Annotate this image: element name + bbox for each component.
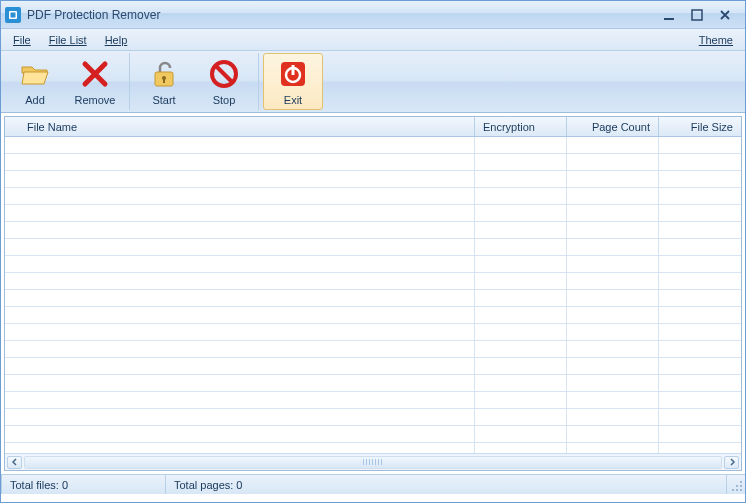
scroll-right-icon[interactable] bbox=[724, 456, 739, 469]
table-row[interactable] bbox=[5, 443, 741, 453]
svg-point-12 bbox=[736, 485, 738, 487]
prohibit-icon bbox=[208, 58, 240, 90]
table-row[interactable] bbox=[5, 426, 741, 443]
table-row[interactable] bbox=[5, 137, 741, 154]
svg-rect-10 bbox=[292, 65, 295, 75]
start-label: Start bbox=[152, 94, 175, 106]
folder-open-icon bbox=[19, 58, 51, 90]
table-row[interactable] bbox=[5, 239, 741, 256]
column-filename[interactable]: File Name bbox=[5, 117, 475, 136]
svg-rect-3 bbox=[692, 10, 702, 20]
scroll-thumb[interactable] bbox=[25, 457, 721, 468]
column-encryption[interactable]: Encryption bbox=[475, 117, 567, 136]
svg-rect-1 bbox=[11, 12, 16, 17]
svg-rect-2 bbox=[664, 18, 674, 20]
table-row[interactable] bbox=[5, 256, 741, 273]
stop-label: Stop bbox=[213, 94, 236, 106]
file-table: File Name Encryption Page Count File Siz… bbox=[4, 116, 742, 471]
svg-point-16 bbox=[740, 489, 742, 491]
add-label: Add bbox=[25, 94, 45, 106]
column-pagecount[interactable]: Page Count bbox=[567, 117, 659, 136]
table-row[interactable] bbox=[5, 375, 741, 392]
toolbar: Add Remove Start bbox=[1, 51, 745, 113]
table-row[interactable] bbox=[5, 341, 741, 358]
table-row[interactable] bbox=[5, 290, 741, 307]
table-row[interactable] bbox=[5, 154, 741, 171]
menu-help[interactable]: Help bbox=[97, 31, 136, 49]
table-row[interactable] bbox=[5, 409, 741, 426]
x-icon bbox=[79, 58, 111, 90]
svg-point-11 bbox=[740, 481, 742, 483]
table-row[interactable] bbox=[5, 358, 741, 375]
column-filesize[interactable]: File Size bbox=[659, 117, 741, 136]
table-row[interactable] bbox=[5, 188, 741, 205]
table-row[interactable] bbox=[5, 222, 741, 239]
exit-button[interactable]: Exit bbox=[263, 53, 323, 110]
statusbar: Total files: 0 Total pages: 0 bbox=[1, 474, 745, 494]
table-row[interactable] bbox=[5, 392, 741, 409]
app-icon bbox=[5, 7, 21, 23]
svg-point-13 bbox=[740, 485, 742, 487]
menu-file[interactable]: File bbox=[5, 31, 39, 49]
table-body[interactable] bbox=[5, 137, 741, 453]
svg-point-15 bbox=[736, 489, 738, 491]
table-row[interactable] bbox=[5, 324, 741, 341]
remove-label: Remove bbox=[75, 94, 116, 106]
scroll-left-icon[interactable] bbox=[7, 456, 22, 469]
exit-label: Exit bbox=[284, 94, 302, 106]
svg-point-14 bbox=[732, 489, 734, 491]
minimize-button[interactable] bbox=[659, 7, 679, 23]
remove-button[interactable]: Remove bbox=[65, 53, 125, 110]
window-title: PDF Protection Remover bbox=[27, 8, 659, 22]
table-header: File Name Encryption Page Count File Siz… bbox=[5, 117, 741, 137]
start-button[interactable]: Start bbox=[134, 53, 194, 110]
menu-filelist[interactable]: File List bbox=[41, 31, 95, 49]
svg-rect-6 bbox=[163, 78, 165, 83]
menubar: File File List Help Theme bbox=[1, 29, 745, 51]
add-button[interactable]: Add bbox=[5, 53, 65, 110]
status-total-files: Total files: 0 bbox=[1, 475, 166, 494]
menu-theme[interactable]: Theme bbox=[691, 31, 741, 49]
titlebar: PDF Protection Remover bbox=[1, 1, 745, 29]
window-controls bbox=[659, 7, 741, 23]
resize-grip-icon[interactable] bbox=[727, 475, 745, 494]
table-row[interactable] bbox=[5, 273, 741, 290]
power-icon bbox=[277, 58, 309, 90]
scroll-track[interactable] bbox=[24, 456, 722, 469]
stop-button[interactable]: Stop bbox=[194, 53, 254, 110]
status-total-pages: Total pages: 0 bbox=[166, 475, 727, 494]
maximize-button[interactable] bbox=[687, 7, 707, 23]
table-row[interactable] bbox=[5, 171, 741, 188]
close-button[interactable] bbox=[715, 7, 735, 23]
horizontal-scrollbar[interactable] bbox=[5, 453, 741, 470]
unlock-icon bbox=[148, 58, 180, 90]
table-row[interactable] bbox=[5, 205, 741, 222]
table-row[interactable] bbox=[5, 307, 741, 324]
